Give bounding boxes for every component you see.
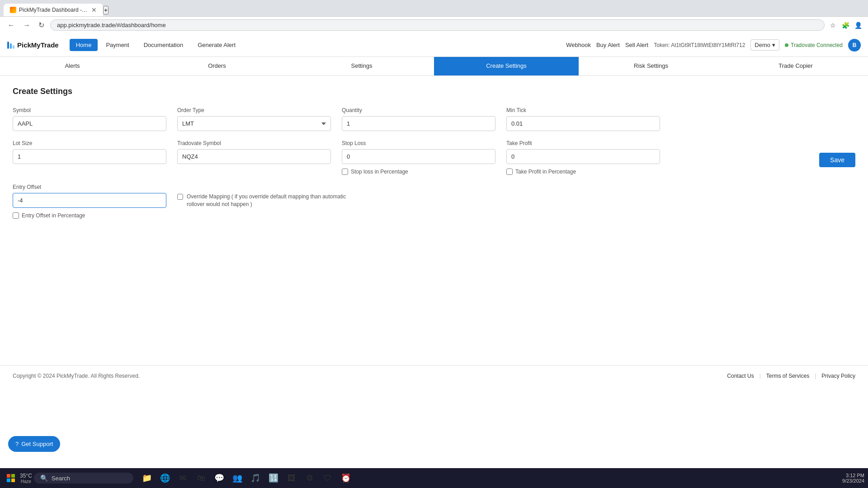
entry-offset-percentage-group: Entry Offset in Percentage <box>13 212 166 219</box>
taskbar-search-icon: 🔍 <box>40 474 48 482</box>
start-button[interactable] <box>4 471 18 485</box>
demo-label: Demo <box>755 42 770 48</box>
back-button[interactable]: ← <box>5 20 17 30</box>
tab-title: PickMyTrade Dashboard - Ma... <box>19 7 89 13</box>
nav-home[interactable]: Home <box>70 39 98 51</box>
nav-links: Home Payment Documentation Generate Aler… <box>70 39 242 51</box>
footer: Copyright © 2024 PickMyTrade. All Rights… <box>0 365 868 386</box>
taskbar-files-icon[interactable]: 📁 <box>139 470 155 485</box>
tradovate-symbol-input[interactable] <box>177 149 331 164</box>
tab-orders[interactable]: Orders <box>145 57 289 75</box>
take-profit-label: Take Profit <box>506 140 660 146</box>
reload-button[interactable]: ↻ <box>36 20 47 30</box>
tab-create-settings[interactable]: Create Settings <box>434 57 579 75</box>
svg-rect-2 <box>7 479 10 482</box>
sell-alert-button[interactable]: Sell Alert <box>625 42 648 48</box>
lot-size-input[interactable] <box>13 149 166 164</box>
taskbar-mail-icon[interactable]: ✉ <box>175 470 191 485</box>
taskbar-calc-icon[interactable]: 🔢 <box>265 470 282 485</box>
taskbar-whatsapp-icon[interactable]: 💬 <box>211 470 227 485</box>
add-tab-button[interactable]: + <box>103 6 108 14</box>
stop-loss-input[interactable] <box>342 149 495 164</box>
form-row-3: Entry Offset Entry Offset in Percentage … <box>13 184 855 219</box>
browser-action-icons: ☆ 🧩 👤 <box>828 21 863 30</box>
footer-copyright: Copyright © 2024 PickMyTrade. All Rights… <box>13 373 140 379</box>
stop-loss-percentage-label: Stop loss in Percentage <box>351 169 408 175</box>
extension-icon[interactable]: 🧩 <box>841 21 850 30</box>
contact-us-link[interactable]: Contact Us <box>727 373 754 379</box>
svg-rect-1 <box>11 474 15 478</box>
take-profit-group: Take Profit Take Profit in Percentage <box>506 140 660 175</box>
symbol-input[interactable] <box>13 116 166 131</box>
take-profit-percentage-group: Take Profit in Percentage <box>506 169 660 175</box>
override-mapping-checkbox[interactable] <box>177 194 183 200</box>
nav-generate-alert[interactable]: Generate Alert <box>191 39 242 51</box>
min-tick-group: Min Tick <box>506 107 660 131</box>
order-type-select-wrapper: LMT MKT STP STP LMT <box>177 116 331 131</box>
page-content: Create Settings Save Symbol Order Type L… <box>0 76 868 347</box>
taskbar-search-text: Search <box>52 475 70 482</box>
tab-close-btn[interactable]: ✕ <box>91 6 97 14</box>
tab-settings[interactable]: Settings <box>289 57 434 75</box>
nav-documentation[interactable]: Documentation <box>137 39 189 51</box>
buy-alert-button[interactable]: Buy Alert <box>596 42 620 48</box>
symbol-group: Symbol <box>13 107 166 131</box>
taskbar-browser-icon[interactable]: 🌐 <box>157 470 173 485</box>
address-bar[interactable] <box>50 19 825 31</box>
demo-dropdown[interactable]: Demo ▾ <box>750 39 779 51</box>
star-icon[interactable]: ☆ <box>828 21 837 30</box>
chevron-down-icon: ▾ <box>772 42 775 48</box>
taskbar-teams-icon[interactable]: 👥 <box>229 470 245 485</box>
taskbar-store-icon[interactable]: 🛍 <box>193 470 209 485</box>
navbar: PickMyTrade Home Payment Documentation G… <box>0 33 868 57</box>
taskbar-security-icon[interactable]: 🛡 <box>320 470 336 485</box>
footer-links: Contact Us | Terms of Services | Privacy… <box>727 373 855 379</box>
tab-alerts[interactable]: Alerts <box>0 57 145 75</box>
quantity-group: Quantity <box>342 107 495 131</box>
browser-controls: ← → ↻ ☆ 🧩 👤 <box>0 16 868 33</box>
navbar-right: Webhook Buy Alert Sell Alert Token: At1t… <box>566 39 861 52</box>
order-type-select[interactable]: LMT MKT STP STP LMT <box>177 116 331 131</box>
taskbar-photos-icon[interactable]: 🖼 <box>283 470 300 485</box>
taskbar-spotify-icon[interactable]: 🎵 <box>247 470 264 485</box>
user-avatar[interactable]: B <box>848 39 861 52</box>
forward-button[interactable]: → <box>21 20 33 30</box>
svg-rect-3 <box>11 479 15 482</box>
lot-size-label: Lot Size <box>13 140 166 146</box>
taskbar-right: 3:12 PM 9/23/2024 <box>842 473 864 483</box>
terms-link[interactable]: Terms of Services <box>766 373 809 379</box>
entry-offset-label: Entry Offset <box>13 184 166 190</box>
logo-text: PickMyTrade <box>17 41 59 49</box>
webhook-button[interactable]: Webhook <box>566 42 591 48</box>
logo-icon <box>7 42 14 49</box>
entry-offset-percentage-checkbox[interactable] <box>13 212 19 219</box>
entry-offset-percentage-label: Entry Offset in Percentage <box>22 212 85 219</box>
order-type-label: Order Type <box>177 107 331 113</box>
quantity-input[interactable] <box>342 116 495 131</box>
stop-loss-group: Stop Loss Stop loss in Percentage <box>342 140 495 175</box>
profile-icon[interactable]: 👤 <box>854 21 863 30</box>
tab-risk-settings[interactable]: Risk Settings <box>579 57 723 75</box>
override-mapping-label: Override Mapping ( if you override defau… <box>187 193 349 208</box>
nav-payment[interactable]: Payment <box>99 39 135 51</box>
secondary-nav: Alerts Orders Settings Create Settings R… <box>0 57 868 76</box>
tab-favicon <box>10 7 16 13</box>
connection-status: Tradovate Connected <box>785 42 843 48</box>
entry-offset-input[interactable] <box>13 193 166 208</box>
taskbar-clock-icon[interactable]: ⏰ <box>338 470 354 485</box>
symbol-label: Symbol <box>13 107 166 113</box>
privacy-link[interactable]: Privacy Policy <box>821 373 855 379</box>
browser-tab[interactable]: PickMyTrade Dashboard - Ma... ✕ <box>4 4 103 16</box>
take-profit-percentage-checkbox[interactable] <box>506 169 513 175</box>
min-tick-input[interactable] <box>506 116 660 131</box>
taskbar-search-bar[interactable]: 🔍 Search <box>34 473 133 483</box>
weather-condition: Haze <box>21 479 31 484</box>
take-profit-input[interactable] <box>506 149 660 164</box>
support-button[interactable]: ? Get Support <box>8 436 60 452</box>
order-type-group: Order Type LMT MKT STP STP LMT <box>177 107 331 131</box>
tab-trade-copier[interactable]: Trade Copier <box>723 57 868 75</box>
save-button[interactable]: Save <box>819 153 855 167</box>
taskbar-settings-icon[interactable]: ⚙ <box>302 470 318 485</box>
browser-tab-bar: PickMyTrade Dashboard - Ma... ✕ + <box>0 0 868 16</box>
stop-loss-percentage-checkbox[interactable] <box>342 169 348 175</box>
